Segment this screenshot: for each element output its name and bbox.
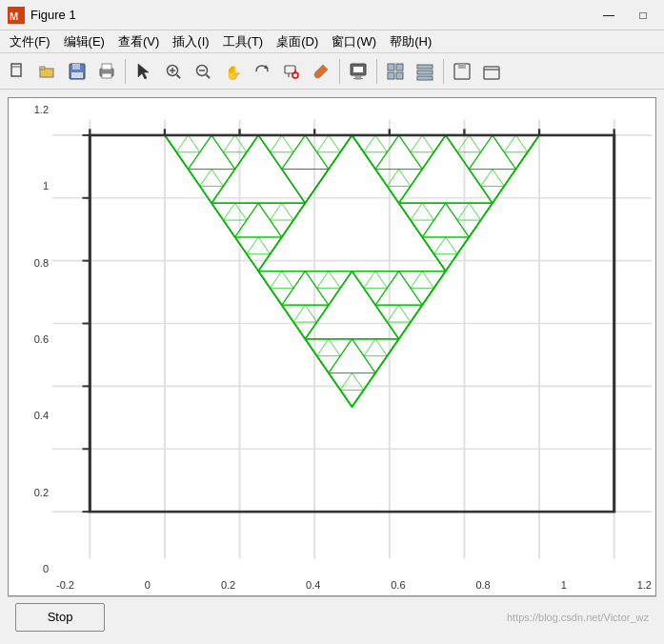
plot-tool1-button[interactable] bbox=[381, 57, 410, 86]
svg-marker-176 bbox=[329, 373, 352, 391]
bottombar: Stop https://blog.csdn.net/Victor_wz bbox=[8, 596, 656, 636]
toolbar-sep-1 bbox=[125, 59, 126, 84]
svg-marker-130 bbox=[446, 135, 470, 152]
svg-marker-104 bbox=[200, 186, 224, 203]
plot-area[interactable] bbox=[52, 104, 652, 574]
menu-window[interactable]: 窗口(W) bbox=[326, 31, 382, 52]
svg-marker-168 bbox=[387, 322, 411, 339]
svg-marker-139 bbox=[481, 186, 505, 203]
rotate-button[interactable] bbox=[248, 57, 276, 86]
svg-marker-137 bbox=[469, 170, 493, 187]
svg-marker-97 bbox=[176, 152, 200, 170]
svg-marker-113 bbox=[223, 220, 247, 237]
pan-button[interactable]: ✋ bbox=[218, 57, 247, 86]
svg-rect-33 bbox=[396, 72, 403, 79]
svg-rect-29 bbox=[353, 78, 363, 79]
brush-button[interactable] bbox=[307, 57, 335, 86]
svg-marker-138 bbox=[493, 170, 516, 187]
svg-marker-163 bbox=[422, 272, 446, 289]
svg-marker-177 bbox=[352, 373, 376, 391]
menu-file[interactable]: 文件(F) bbox=[4, 31, 56, 52]
svg-rect-31 bbox=[396, 64, 403, 70]
maximize-button[interactable]: □ bbox=[630, 6, 656, 25]
menu-help[interactable]: 帮助(H) bbox=[384, 31, 437, 52]
svg-marker-166 bbox=[375, 305, 399, 322]
print-button[interactable] bbox=[92, 57, 121, 86]
svg-marker-105 bbox=[258, 135, 282, 152]
svg-marker-119 bbox=[247, 254, 271, 272]
svg-marker-145 bbox=[457, 220, 481, 237]
new-figure-button[interactable] bbox=[4, 57, 32, 86]
print-preview-button[interactable] bbox=[344, 57, 372, 86]
minimize-button[interactable]: — bbox=[595, 6, 622, 25]
toolbar-sep-4 bbox=[443, 59, 444, 84]
svg-marker-159 bbox=[352, 272, 376, 289]
toolbar-sep-3 bbox=[376, 59, 377, 84]
svg-text:M: M bbox=[10, 10, 18, 22]
toolbar: ✋ bbox=[0, 53, 664, 90]
undock-button[interactable] bbox=[477, 57, 506, 86]
svg-marker-109 bbox=[329, 135, 352, 152]
svg-marker-178 bbox=[340, 390, 364, 407]
svg-marker-128 bbox=[399, 170, 423, 187]
x-axis-labels: -0.2 0 0.2 0.4 0.6 0.8 1 1.2 bbox=[52, 574, 655, 595]
window-title: Figure 1 bbox=[30, 8, 595, 22]
x-label--0.2: -0.2 bbox=[56, 579, 74, 591]
svg-marker-156 bbox=[282, 305, 306, 322]
svg-marker-151 bbox=[271, 288, 294, 305]
y-label-0: 0 bbox=[43, 563, 49, 574]
menubar: 文件(F) 编辑(E) 查看(V) 插入(I) 工具(T) 桌面(D) 窗口(W… bbox=[0, 30, 664, 53]
svg-marker-102 bbox=[189, 170, 212, 187]
menu-edit[interactable]: 编辑(E) bbox=[58, 31, 111, 52]
svg-rect-38 bbox=[458, 64, 466, 69]
svg-marker-157 bbox=[305, 305, 329, 322]
x-label-0.4: 0.4 bbox=[306, 579, 320, 591]
menu-view[interactable]: 查看(V) bbox=[112, 31, 165, 52]
svg-marker-114 bbox=[258, 203, 282, 220]
svg-line-14 bbox=[177, 74, 181, 78]
plot-tool2-button[interactable] bbox=[411, 57, 439, 86]
x-label-0.8: 0.8 bbox=[475, 579, 490, 591]
datacursor-button[interactable] bbox=[277, 57, 306, 86]
svg-rect-39 bbox=[484, 67, 499, 79]
y-label-1: 1 bbox=[43, 180, 49, 191]
svg-marker-108 bbox=[305, 135, 329, 152]
svg-marker-146 bbox=[422, 237, 446, 254]
zoom-in-button[interactable] bbox=[159, 57, 188, 86]
menu-tools[interactable]: 工具(T) bbox=[217, 31, 270, 52]
svg-rect-34 bbox=[417, 65, 433, 69]
x-label-1: 1 bbox=[561, 579, 567, 591]
svg-marker-127 bbox=[375, 170, 399, 187]
select-tool-button[interactable] bbox=[130, 57, 158, 86]
window-controls: — □ bbox=[595, 6, 656, 25]
svg-marker-141 bbox=[422, 203, 446, 220]
save-button[interactable] bbox=[63, 57, 91, 86]
svg-marker-142 bbox=[411, 220, 434, 237]
svg-marker-140 bbox=[399, 203, 423, 220]
svg-marker-131 bbox=[469, 135, 493, 152]
menu-insert[interactable]: 插入(I) bbox=[167, 31, 214, 52]
svg-rect-30 bbox=[388, 64, 394, 70]
stop-button[interactable]: Stop bbox=[15, 603, 105, 632]
y-label-0.2: 0.2 bbox=[34, 487, 49, 498]
dock-button[interactable] bbox=[448, 57, 476, 86]
svg-marker-115 bbox=[282, 203, 306, 220]
svg-marker-154 bbox=[317, 288, 341, 305]
svg-marker-172 bbox=[352, 339, 376, 356]
toolbar-sep-2 bbox=[339, 59, 340, 84]
x-label-0.6: 0.6 bbox=[391, 579, 405, 591]
svg-marker-95 bbox=[165, 135, 189, 152]
svg-marker-153 bbox=[329, 272, 352, 289]
svg-rect-7 bbox=[72, 64, 80, 70]
y-axis-labels: 1.2 1 0.8 0.6 0.4 0.2 0 bbox=[9, 98, 52, 595]
svg-marker-100 bbox=[223, 152, 247, 170]
svg-marker-116 bbox=[271, 220, 294, 237]
menu-desktop[interactable]: 桌面(D) bbox=[271, 31, 324, 52]
svg-marker-169 bbox=[305, 339, 329, 356]
svg-marker-167 bbox=[399, 305, 423, 322]
zoom-out-button[interactable] bbox=[189, 57, 217, 86]
svg-marker-152 bbox=[305, 272, 329, 289]
open-button[interactable] bbox=[33, 57, 62, 86]
svg-marker-106 bbox=[282, 135, 306, 152]
svg-rect-32 bbox=[388, 72, 394, 79]
